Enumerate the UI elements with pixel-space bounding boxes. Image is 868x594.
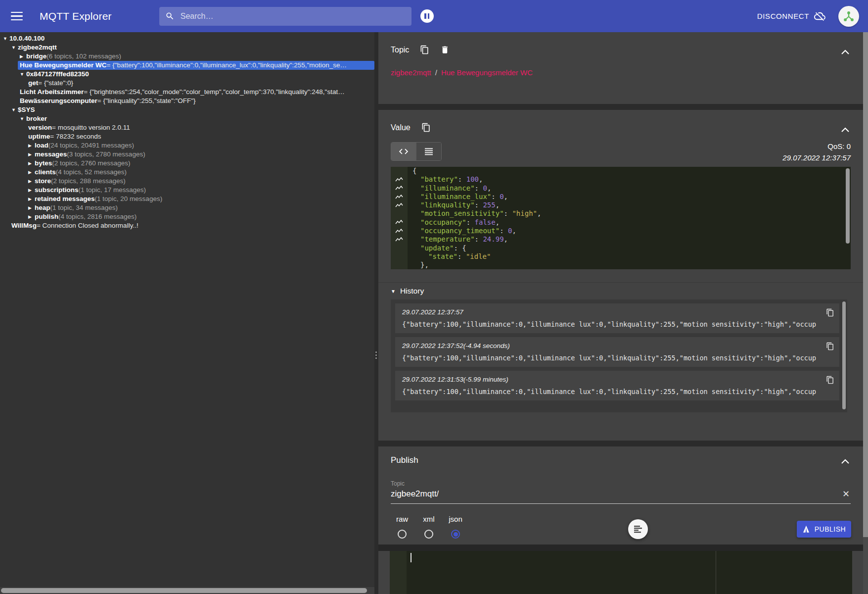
tree-item[interactable]: ▶clients (4 topics, 52 messages) <box>0 168 374 177</box>
connection-avatar[interactable] <box>838 6 859 27</box>
tree-item[interactable]: ▼10.0.40.100 <box>0 34 374 43</box>
tree-item[interactable]: ▼broker <box>0 114 374 123</box>
tree-expand-arrow-icon[interactable]: ▶ <box>28 150 35 159</box>
collapse-topic-chevron-icon[interactable] <box>841 49 850 55</box>
sparkline-icon[interactable] <box>395 186 403 191</box>
value-timestamp: 29.07.2022 12:37:57 <box>782 153 851 162</box>
delete-topic-icon[interactable] <box>440 45 450 54</box>
sparkline-icon[interactable] <box>395 177 403 182</box>
sparkline-icon[interactable] <box>395 195 403 199</box>
history-entry[interactable]: 29.07.2022 12:31:53(-5.99 minutes){"batt… <box>395 371 839 400</box>
tree-expand-arrow-icon[interactable]: ▶ <box>20 52 26 61</box>
disconnect-button[interactable]: DISCONNECT <box>757 10 825 22</box>
tree-item[interactable]: ▼0x847127fffed82350 <box>0 70 374 79</box>
format-payload-button[interactable] <box>628 519 648 539</box>
tree-item[interactable]: version = mosquitto version 2.0.11 <box>0 123 374 132</box>
json-punctuation: { <box>412 167 416 175</box>
json-code-line: "temperature": 24.99, <box>391 235 851 244</box>
search-box[interactable] <box>159 7 411 26</box>
tree-item[interactable]: Hue Bewegungsmelder WC = {"battery":100,… <box>0 61 374 70</box>
tree-item-name: bytes <box>35 159 52 168</box>
sparkline-icon[interactable] <box>395 229 403 234</box>
json-code-text: { <box>408 167 416 175</box>
tree-item-name: uptime <box>28 132 50 141</box>
format-radio-xml[interactable]: xml <box>417 515 440 539</box>
tree-item[interactable]: uptime = 78232 seconds <box>0 132 374 141</box>
payload-editor[interactable] <box>390 551 852 594</box>
json-code-text: "state": "idle" <box>408 252 491 261</box>
tree-item[interactable]: ▶subscriptions (1 topic, 17 messages) <box>0 186 374 195</box>
tree-item[interactable]: ▶publish (4 topics, 2816 messages) <box>0 212 374 221</box>
raw-view-button[interactable] <box>416 143 441 160</box>
tree-expand-arrow-icon[interactable]: ▼ <box>20 114 26 123</box>
code-gutter-cell <box>391 209 408 218</box>
json-code-line: "update": { <box>391 244 851 252</box>
publish-topic-input[interactable] <box>391 489 826 499</box>
copy-history-icon[interactable] <box>826 376 834 384</box>
tree-item[interactable]: ▶heap (1 topic, 34 messages) <box>0 203 374 212</box>
tree-item[interactable]: WillMsg = Connection Closed abnormally..… <box>0 221 374 230</box>
sparkline-icon[interactable] <box>395 220 403 225</box>
copy-history-icon[interactable] <box>826 308 834 317</box>
radio-button-icon[interactable] <box>451 530 460 539</box>
tree-expand-arrow-icon[interactable]: ▶ <box>28 159 35 168</box>
tree-item[interactable]: get = {"state":0} <box>0 79 374 88</box>
tree-item[interactable]: Licht Arbeitszimmer = {"brightness":254,… <box>0 88 374 97</box>
scrollbar-thumb[interactable] <box>1 588 367 593</box>
tree-expand-arrow-icon[interactable]: ▶ <box>28 195 35 203</box>
collapse-value-chevron-icon[interactable] <box>841 127 850 133</box>
tree-item[interactable]: ▶bridge (6 topics, 102 messages) <box>0 52 374 61</box>
history-entry[interactable]: 29.07.2022 12:37:52(-4.94 seconds){"batt… <box>395 337 839 367</box>
history-header[interactable]: ▼ History <box>391 287 851 296</box>
tree-item[interactable]: ▼zigbee2mqtt <box>0 43 374 52</box>
tree-expand-arrow-icon[interactable]: ▶ <box>28 212 35 221</box>
publish-button[interactable]: PUBLISH <box>797 521 851 538</box>
tree-expand-arrow-icon[interactable]: ▼ <box>20 70 26 79</box>
history-scrollbar-thumb[interactable] <box>842 301 846 409</box>
code-view-button[interactable] <box>391 143 416 160</box>
tree-item[interactable]: ▶retained messages (1 topic, 20 messages… <box>0 195 374 203</box>
detail-scrollbar[interactable] <box>863 32 868 594</box>
tree-item[interactable]: Bewässerungscomputer = {"linkquality":25… <box>0 97 374 105</box>
copy-topic-icon[interactable] <box>420 45 429 54</box>
json-punctuation: , <box>496 201 500 209</box>
value-scrollbar-thumb[interactable] <box>846 168 850 244</box>
radio-button-icon[interactable] <box>398 530 407 539</box>
panel-resize-handle[interactable] <box>374 32 378 594</box>
tree-expand-arrow-icon[interactable]: ▼ <box>11 43 18 52</box>
collapse-publish-chevron-icon[interactable] <box>841 458 850 464</box>
pause-icon[interactable] <box>420 9 434 23</box>
tree-expand-arrow-icon[interactable]: ▶ <box>28 168 35 177</box>
tree-item[interactable]: ▶load (24 topics, 20491 messages) <box>0 141 374 150</box>
menu-icon[interactable] <box>11 12 23 21</box>
copy-history-icon[interactable] <box>826 342 834 350</box>
breadcrumb-segment[interactable]: Hue Bewegungsmelder WC <box>441 68 533 77</box>
breadcrumb-segment[interactable]: zigbee2mqtt <box>391 68 431 77</box>
tree-expand-arrow-icon[interactable]: ▶ <box>28 141 35 150</box>
copy-value-icon[interactable] <box>421 123 431 132</box>
tree-expand-arrow-icon[interactable]: ▶ <box>28 177 35 186</box>
json-code-line: "occupancy": false, <box>391 218 851 227</box>
format-radio-raw[interactable]: raw <box>391 515 413 539</box>
tree-expand-arrow-icon[interactable]: ▶ <box>28 186 35 195</box>
json-punctuation: , <box>537 209 541 217</box>
sparkline-icon[interactable] <box>395 237 403 242</box>
clear-topic-icon[interactable]: ✕ <box>842 490 850 498</box>
tree-item-content: ▼zigbee2mqtt <box>9 43 374 52</box>
tree-item[interactable]: ▶messages (3 topics, 2780 messages) <box>0 150 374 159</box>
radio-button-icon[interactable] <box>424 530 433 539</box>
format-radio-json[interactable]: json <box>444 515 467 539</box>
tree-expand-arrow-icon[interactable]: ▶ <box>28 203 35 212</box>
history-entry[interactable]: 29.07.2022 12:37:57{"battery":100,"illum… <box>395 303 839 333</box>
tree-expand-arrow-icon[interactable]: ▼ <box>3 34 9 43</box>
tree-item[interactable]: ▶store (2 topics, 288 messages) <box>0 177 374 186</box>
json-code-line: "motion_sensitivity": "high", <box>391 209 851 218</box>
tree-item[interactable]: ▼$SYS <box>0 105 374 114</box>
tree-horizontal-scrollbar[interactable] <box>0 587 374 594</box>
scrollbar-thumb[interactable] <box>863 32 868 537</box>
json-key: "occupancy_timeout" <box>420 227 500 235</box>
tree-expand-arrow-icon[interactable]: ▼ <box>11 105 18 114</box>
search-input[interactable] <box>180 11 406 21</box>
tree-item[interactable]: ▶bytes (2 topics, 2760 messages) <box>0 159 374 168</box>
sparkline-icon[interactable] <box>395 203 403 208</box>
